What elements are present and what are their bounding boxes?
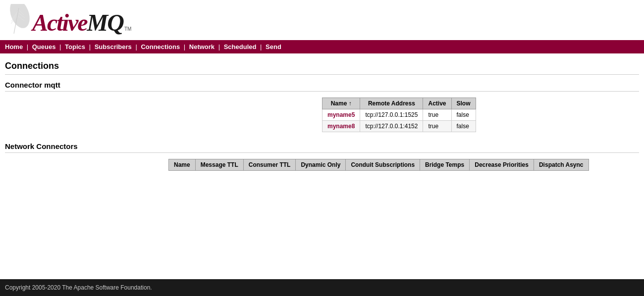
connector-table: Name ↑ Remote Address Active Slow myname…	[322, 98, 476, 132]
nav-connections[interactable]: Connections	[141, 43, 180, 50]
nav-sep-1: |	[27, 43, 30, 50]
row1-name-link[interactable]: myname5	[327, 111, 355, 118]
col-slow: Slow	[451, 98, 476, 109]
col-active: Active	[423, 98, 451, 109]
table-row: myname5 tcp://127.0.0.1:1525 true false	[322, 109, 476, 121]
network-connectors-table: Name Message TTL Consumer TTL Dynamic On…	[168, 159, 589, 171]
row1-active: true	[423, 109, 451, 121]
table-row: myname8 tcp://127.0.0.1:4152 true false	[322, 121, 476, 132]
header: ActiveMQ TM	[0, 0, 644, 40]
row1-name[interactable]: myname5	[322, 109, 360, 121]
logo-text: ActiveMQ	[32, 9, 123, 36]
nav-sep-3: |	[89, 43, 93, 50]
nav-home[interactable]: Home	[5, 43, 23, 50]
net-col-message-ttl: Message TTL	[195, 159, 243, 171]
nav-bar: Home | Queues | Topics | Subscribers | C…	[0, 40, 644, 53]
row1-slow: false	[451, 109, 476, 121]
nav-sep-5: |	[184, 43, 187, 50]
row2-active: true	[423, 121, 451, 132]
main-content: Connections Connector mqtt Name ↑ Remote…	[0, 53, 644, 178]
nav-sep-4: |	[135, 43, 139, 50]
nav-subscribers[interactable]: Subscribers	[95, 43, 132, 50]
col-name: Name ↑	[322, 98, 360, 109]
nav-queues[interactable]: Queues	[32, 43, 56, 50]
net-col-decrease-priorities: Decrease Priorities	[470, 159, 534, 171]
nav-topics[interactable]: Topics	[65, 43, 85, 50]
logo-tm: TM	[124, 26, 131, 32]
net-col-consumer-ttl: Consumer TTL	[243, 159, 296, 171]
logo: ActiveMQ TM	[32, 9, 131, 36]
nav-sep-7: |	[260, 43, 264, 50]
net-col-dynamic-only: Dynamic Only	[296, 159, 346, 171]
row2-name-link[interactable]: myname8	[327, 123, 355, 130]
net-col-name: Name	[169, 159, 196, 171]
page-title: Connections	[5, 61, 639, 75]
network-section-title: Network Connectors	[5, 142, 639, 153]
feather-icon	[5, 4, 32, 36]
col-remote-address: Remote Address	[360, 98, 423, 109]
net-col-dispatch-async: Dispatch Async	[534, 159, 589, 171]
nav-send[interactable]: Send	[266, 43, 281, 50]
nav-sep-6: |	[218, 43, 222, 50]
nav-network[interactable]: Network	[189, 43, 215, 50]
row2-remote-address: tcp://127.0.0.1:4152	[360, 121, 423, 132]
row2-name[interactable]: myname8	[322, 121, 360, 132]
nav-scheduled[interactable]: Scheduled	[224, 43, 257, 50]
nav-sep-2: |	[59, 43, 63, 50]
connector-section-title: Connector mqtt	[5, 81, 639, 92]
logo-container: ActiveMQ TM	[5, 4, 131, 36]
row2-slow: false	[451, 121, 476, 132]
svg-point-0	[6, 4, 32, 31]
net-col-conduit-subscriptions: Conduit Subscriptions	[346, 159, 420, 171]
row1-remote-address: tcp://127.0.0.1:1525	[360, 109, 423, 121]
net-col-bridge-temps: Bridge Temps	[420, 159, 470, 171]
